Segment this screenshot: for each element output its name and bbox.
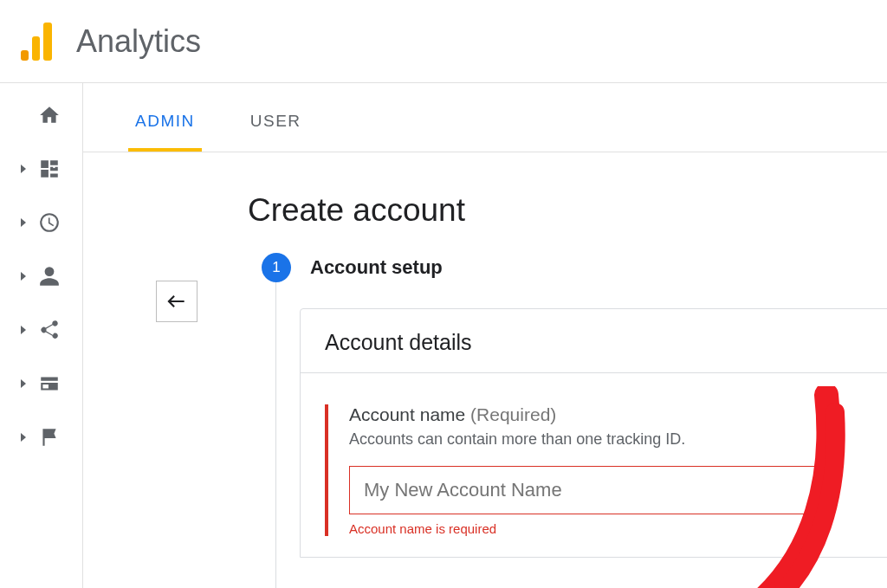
- expand-icon: [21, 379, 26, 388]
- app-header: Analytics: [0, 0, 887, 83]
- account-name-label: Account name (Required): [349, 404, 887, 425]
- person-icon: [38, 265, 61, 288]
- expand-icon: [21, 165, 26, 173]
- page-title: Create account: [248, 192, 887, 229]
- sidebar-item-behavior[interactable]: [16, 372, 68, 395]
- account-name-input[interactable]: [349, 466, 817, 514]
- sidebar-item-realtime[interactable]: [16, 211, 68, 234]
- step-label: Account setup: [310, 256, 443, 279]
- page-icon: [38, 372, 61, 395]
- back-button[interactable]: [156, 281, 197, 322]
- content: Create account 1 Account setup Account d…: [83, 152, 887, 558]
- account-name-error: Account name is required: [349, 521, 887, 536]
- sidebar-item-home[interactable]: [16, 104, 68, 126]
- card-header: Account details: [301, 309, 887, 373]
- sidebar: [0, 83, 83, 588]
- expand-icon: [21, 218, 26, 227]
- svg-marker-0: [714, 581, 787, 588]
- step-row-1: 1 Account setup: [262, 253, 887, 282]
- step-number-badge: 1: [262, 253, 291, 282]
- tab-user[interactable]: USER: [250, 112, 301, 152]
- flag-icon: [38, 426, 61, 449]
- expand-icon: [21, 272, 26, 281]
- field-label-text: Account name: [349, 404, 465, 424]
- account-name-help: Accounts can contain more than one track…: [349, 430, 887, 449]
- account-details-card: Account details Account name (Required) …: [300, 308, 887, 558]
- share-icon: [38, 319, 61, 341]
- account-name-field-block: Account name (Required) Accounts can con…: [325, 404, 887, 536]
- app-title: Analytics: [76, 23, 201, 60]
- card-body: Account name (Required) Accounts can con…: [301, 373, 887, 557]
- stepper-line: [275, 275, 276, 588]
- tabs: ADMIN USER: [83, 83, 887, 152]
- tab-admin[interactable]: ADMIN: [135, 112, 195, 152]
- expand-icon: [21, 433, 26, 442]
- sidebar-item-audience[interactable]: [16, 265, 68, 288]
- field-required-hint: (Required): [470, 404, 556, 424]
- dashboard-plus-icon: [38, 158, 61, 180]
- analytics-logo-icon: [21, 23, 52, 61]
- sidebar-item-acquisition[interactable]: [16, 319, 68, 341]
- clock-icon: [38, 211, 61, 234]
- expand-icon: [21, 326, 26, 334]
- sidebar-item-conversions[interactable]: [16, 426, 68, 449]
- main-region: ADMIN USER Create account 1 Account setu…: [83, 83, 887, 588]
- home-icon: [38, 104, 61, 126]
- back-arrow-icon: [165, 294, 188, 309]
- sidebar-item-customization[interactable]: [16, 158, 68, 180]
